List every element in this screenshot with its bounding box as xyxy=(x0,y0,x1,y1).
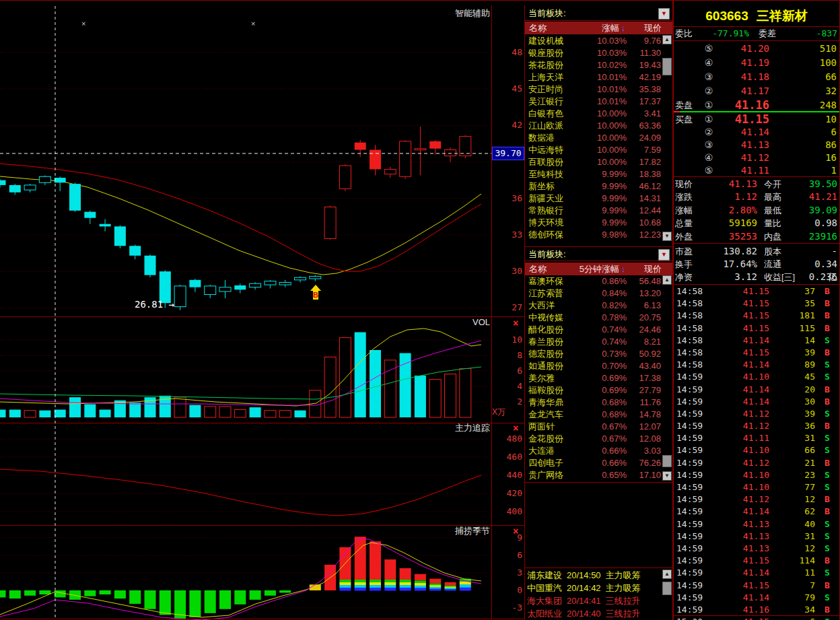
sector-row[interactable]: 新坐标9.99%46.12 xyxy=(525,180,672,193)
sector-row[interactable]: 中远海特10.00%7.59 xyxy=(525,144,672,156)
trade-price: 41.15 xyxy=(711,616,769,620)
sector-row[interactable]: 银座股份10.03%11.30 xyxy=(525,47,672,59)
sector-row[interactable]: 上海天洋10.01%42.19 xyxy=(525,71,672,83)
trade-volume: 20 xyxy=(769,384,815,396)
book-level[interactable]: ②41.1732 xyxy=(674,84,839,98)
sector-row[interactable]: 春兰股份0.74%8.21 xyxy=(525,336,672,348)
sector-row[interactable]: 至纯科技9.99%18.38 xyxy=(525,168,672,180)
sector-row[interactable]: 常熟银行9.99%12.44 xyxy=(525,205,672,217)
col-price[interactable]: 现价 xyxy=(627,22,672,34)
sector-row[interactable]: 金龙汽车0.68%14.78 xyxy=(525,409,672,421)
sector-list-2-scroll-up[interactable]: ▲ xyxy=(662,275,672,285)
sector-row[interactable]: 建设机械10.03%9.76 xyxy=(525,35,672,47)
book-level[interactable]: ④41.1216 xyxy=(674,151,839,164)
level-volume: 1 xyxy=(769,164,839,177)
trade-row: 14:5941.1331S xyxy=(674,530,839,543)
sector-list-2-scroll-down[interactable]: ▼ xyxy=(662,471,672,481)
level-volume: 32 xyxy=(769,84,839,98)
sector-price: 17.38 xyxy=(627,372,672,384)
sector-row[interactable]: 茶花股份10.02%19.43 xyxy=(525,59,672,71)
sector-row[interactable]: 德创环保9.98%12.23 xyxy=(525,229,672,241)
sector-row[interactable]: 中视传媒0.78%20.75 xyxy=(525,312,672,324)
sector-row[interactable]: 德宏股份0.73%50.92 xyxy=(525,348,672,360)
sector-row[interactable]: 新疆天业9.99%14.31 xyxy=(525,193,672,205)
sector-price: 17.82 xyxy=(627,156,672,168)
sort-desc-icon[interactable]: ↓ xyxy=(619,263,627,275)
sector-list-1-scroll-down[interactable]: ▼ xyxy=(662,232,672,241)
sector-list-2-scroll-thumb[interactable] xyxy=(662,455,672,467)
book-level[interactable]: ④41.19100 xyxy=(674,56,839,70)
book-level[interactable]: ⑤41.20510 xyxy=(674,42,839,56)
book-level[interactable]: ⑤41.111 xyxy=(674,164,839,177)
sector-row[interactable]: 贵广网络0.65%17.10 xyxy=(525,469,672,481)
sector-row[interactable]: 两面针0.67%12.07 xyxy=(525,421,672,433)
ticker-item[interactable]: 浦东建设20/14:50主力吸筹 xyxy=(525,569,672,582)
sector-name: 白银有色 xyxy=(525,108,581,120)
trade-time: 14:59 xyxy=(674,555,711,567)
ticker-time: 20/14:42 xyxy=(567,583,601,593)
book-level[interactable]: ③41.1866 xyxy=(674,70,839,84)
sector-row[interactable]: 如通股份0.70%43.40 xyxy=(525,360,672,372)
zhuli-close-icon[interactable]: × xyxy=(510,423,522,434)
sector-row[interactable]: 吴江银行10.01%17.37 xyxy=(525,96,672,108)
ticker-scroll-thumb[interactable] xyxy=(662,582,672,595)
sector-row[interactable]: 美尔雅0.69%17.38 xyxy=(525,372,672,384)
trade-side: S xyxy=(815,444,839,456)
sector-row[interactable]: 白银有色10.00%3.41 xyxy=(525,108,672,120)
book-level[interactable]: 买盘①41.1510 xyxy=(674,113,839,126)
ticker-item[interactable]: 海大集团20/14:41三线拉升 xyxy=(525,594,672,607)
sector-row[interactable]: 四创电子0.66%76.26 xyxy=(525,457,672,469)
trade-volume: 66 xyxy=(769,444,815,456)
sort-desc-icon[interactable]: ↓ xyxy=(619,22,627,34)
col-change[interactable]: 5分钟涨幅 xyxy=(568,263,619,275)
level-number-icon: ② xyxy=(701,126,717,139)
sector-list-1-dropdown-button[interactable]: ▼ xyxy=(658,8,670,20)
trade-price: 41.10 xyxy=(711,469,769,481)
axis-label: 6 xyxy=(492,550,522,560)
level-number-icon: ① xyxy=(701,113,717,126)
vol-close-icon[interactable]: × xyxy=(510,318,522,329)
book-side-label xyxy=(674,70,701,84)
sector-list-1-scroll-thumb[interactable] xyxy=(662,58,672,75)
sector-row[interactable]: 福鞍股份0.69%27.79 xyxy=(525,384,672,397)
sector-row[interactable]: 大西洋0.82%6.13 xyxy=(525,300,672,312)
sector-row[interactable]: 金花股份0.67%12.08 xyxy=(525,433,672,445)
trade-price: 41.16 xyxy=(711,604,769,616)
quote-panel: 603663三祥新材 委比 -77.91% 委差 -837 ⑤41.20510④… xyxy=(673,0,840,620)
ticker-item[interactable]: 中国重汽20/14:42主力吸筹 xyxy=(525,582,672,594)
col-name[interactable]: 名称 xyxy=(525,22,568,34)
sector-row[interactable]: 嘉澳环保0.86%56.48 xyxy=(525,275,672,287)
sector-row[interactable]: 安正时尚10.01%35.38 xyxy=(525,83,672,96)
sector-price: 14.31 xyxy=(627,193,672,205)
sector-list-2-title: 当前板块: ▼ xyxy=(525,246,672,261)
book-level[interactable]: ③41.1386 xyxy=(674,139,839,151)
ticker-item[interactable]: 太阳纸业20/14:40三线拉升 xyxy=(525,607,672,620)
ticker-scroll-up[interactable]: ▲ xyxy=(662,570,672,579)
sector-row[interactable]: 博天环境9.99%10.68 xyxy=(525,217,672,229)
stat-label: 总量 xyxy=(674,217,699,230)
sector-list-1-scroll-up[interactable]: ▲ xyxy=(662,35,672,44)
sector-row[interactable]: 数据港10.00%24.09 xyxy=(525,132,672,144)
sector-row[interactable]: 百联股份10.00%17.82 xyxy=(525,156,672,168)
book-level[interactable]: ②41.146 xyxy=(674,126,839,139)
col-price[interactable]: 现价 xyxy=(627,263,672,275)
ticker-signal-tag: 主力吸筹 xyxy=(606,570,641,580)
trade-volume: 40 xyxy=(769,518,815,530)
col-change[interactable]: 涨幅 xyxy=(568,22,619,34)
sector-row[interactable]: 醋化股份0.74%24.46 xyxy=(525,324,672,336)
book-level[interactable]: 卖盘①41.16248 xyxy=(674,98,839,112)
col-name[interactable]: 名称 xyxy=(525,263,568,275)
bulao-close-icon[interactable]: × xyxy=(510,526,522,537)
sector-list-2-dropdown-button[interactable]: ▼ xyxy=(658,249,670,261)
sector-change: 10.00% xyxy=(581,132,627,144)
sector-name: 大连港 xyxy=(525,445,581,457)
book-side-label xyxy=(674,151,701,164)
trade-volume: 181 xyxy=(769,310,815,322)
sector-row[interactable]: 江山欧派10.00%63.36 xyxy=(525,120,672,132)
sector-row[interactable]: 大连港0.66%3.03 xyxy=(525,445,672,457)
trade-price: 41.14 xyxy=(711,396,769,408)
trade-side: S xyxy=(815,359,839,371)
sector-row[interactable]: 青海华鼎0.68%11.76 xyxy=(525,397,672,409)
sector-row[interactable]: 江苏索普0.84%13.20 xyxy=(525,287,672,300)
tick-trade-list[interactable]: 14:5841.1537B14:5841.1535B14:5841.15181B… xyxy=(674,285,839,620)
